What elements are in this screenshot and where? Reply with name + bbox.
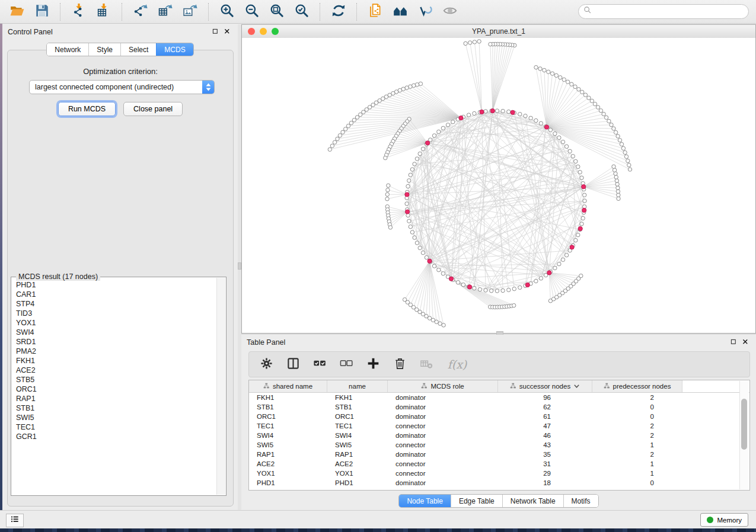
mcds-result-item[interactable]: TID3	[11, 309, 216, 318]
open-session-button[interactable]	[5, 2, 30, 22]
zoom-in-button[interactable]	[215, 2, 240, 22]
tab-mcds[interactable]: MCDS	[156, 43, 193, 56]
deselect-all-rows-button[interactable]	[339, 357, 354, 372]
add-column-icon	[366, 357, 380, 372]
cell-name: TEC1	[327, 422, 388, 430]
share-network-document-button[interactable]	[363, 2, 388, 22]
tab-node-table[interactable]: Node Table	[399, 495, 451, 507]
table-row[interactable]: SWI5SWI5connector431	[249, 440, 749, 450]
table-panel: Table Panel f(x) shared namenameMCDS rol…	[241, 335, 756, 510]
table-scrollbar[interactable]	[739, 381, 749, 489]
network-node	[352, 118, 356, 122]
show-hide-graphics-button[interactable]	[438, 2, 462, 22]
mcds-result-item[interactable]: TEC1	[11, 422, 216, 432]
zoom-selected-button[interactable]	[289, 2, 314, 22]
refresh-layout-button[interactable]	[326, 2, 351, 22]
network-node	[614, 130, 617, 134]
import-network-button[interactable]	[66, 2, 91, 22]
network-node	[468, 41, 472, 44]
mcds-result-list[interactable]: PHD1CAR1STP4TID3YOX1SWI4SRD1PMA2FKH1ACE2…	[11, 280, 216, 495]
table-row[interactable]: ORC1ORC1dominator610	[249, 412, 749, 421]
table-scrollbar-thumb[interactable]	[741, 399, 747, 450]
mcds-result-item[interactable]: RAP1	[11, 394, 216, 403]
mcds-result-item[interactable]: CAR1	[11, 290, 216, 299]
network-node	[437, 130, 441, 133]
memory-button[interactable]: Memory	[700, 513, 748, 527]
network-window-titlebar[interactable]: YPA_prune.txt_1	[242, 25, 755, 39]
network-canvas[interactable]	[242, 38, 755, 333]
table-row[interactable]: RAP1RAP1dominator352	[249, 450, 749, 459]
network-node	[576, 233, 580, 236]
mcds-node	[449, 277, 453, 281]
tab-edge-table[interactable]: Edge Table	[451, 495, 502, 507]
table-row[interactable]: ACE2ACE2connector311	[249, 459, 749, 469]
network-node	[624, 155, 628, 158]
first-neighbors-icon	[393, 3, 408, 20]
delete-column-button[interactable]	[392, 357, 407, 372]
tab-style[interactable]: Style	[88, 43, 120, 56]
float-panel-icon[interactable]	[212, 27, 219, 37]
table-row[interactable]: TEC1TEC1connector472	[249, 421, 749, 431]
mcds-result-item[interactable]: PMA2	[11, 347, 216, 356]
column-header-MCDS-role[interactable]: MCDS role	[388, 380, 498, 392]
mcds-result-item[interactable]: STB5	[11, 375, 216, 384]
table-row[interactable]: FKH1FKH1dominator962	[249, 393, 749, 402]
mcds-result-scrollbar[interactable]	[216, 278, 225, 495]
column-layout-button[interactable]	[285, 357, 301, 372]
style-visibility-button[interactable]	[413, 2, 438, 22]
add-column-button[interactable]	[365, 357, 381, 372]
float-panel-icon[interactable]	[731, 337, 737, 348]
network-node	[507, 110, 511, 113]
close-panel-icon[interactable]	[742, 337, 749, 348]
table-row[interactable]: YOX1YOX1connector291	[249, 469, 749, 478]
network-satellite-nodes[interactable]	[328, 40, 632, 327]
tab-select[interactable]: Select	[120, 43, 156, 56]
mcds-result-item[interactable]: PHD1	[11, 280, 216, 290]
run-mcds-button[interactable]: Run MCDS	[58, 102, 116, 116]
mcds-result-item[interactable]: STB1	[11, 403, 216, 413]
mcds-result-item[interactable]: FKH1	[11, 356, 216, 366]
zoom-fit-button[interactable]	[264, 2, 289, 22]
mcds-node	[570, 245, 574, 249]
table-row[interactable]: SWI4SWI4dominator462	[249, 431, 749, 440]
mcds-result-item[interactable]: SRD1	[11, 337, 216, 347]
column-header-name[interactable]: name	[327, 380, 388, 392]
network-node	[524, 114, 527, 118]
export-network-button[interactable]	[128, 2, 153, 22]
first-neighbors-button[interactable]	[388, 2, 413, 22]
table-row[interactable]: PHD1PHD1dominator180	[249, 478, 749, 488]
close-panel-button[interactable]: Close panel	[123, 102, 183, 116]
column-header-shared-name[interactable]: shared name	[249, 380, 327, 392]
network-search-box[interactable]	[578, 4, 749, 19]
column-header-successor-nodes[interactable]: successor nodes	[498, 380, 592, 392]
tab-network-table[interactable]: Network Table	[502, 495, 563, 507]
mcds-result-item[interactable]: STP4	[11, 299, 216, 309]
network-search-input[interactable]	[595, 7, 748, 17]
mcds-result-item[interactable]: GCR1	[11, 432, 216, 441]
mcds-result-item[interactable]: SWI5	[11, 413, 216, 422]
export-table-button[interactable]	[153, 2, 178, 22]
cell-name: RAP1	[327, 451, 388, 458]
select-all-rows-button[interactable]	[312, 357, 327, 372]
optimization-criterion-select[interactable]: largest connected component (undirected)	[29, 80, 215, 94]
mcds-result-item[interactable]: YOX1	[11, 318, 216, 328]
mcds-result-item[interactable]: ORC1	[11, 384, 216, 394]
tab-network[interactable]: Network	[47, 43, 88, 56]
network-node	[583, 193, 586, 197]
mcds-result-item[interactable]: SWI4	[11, 328, 216, 337]
network-node	[473, 40, 476, 44]
cell-name: FKH1	[327, 394, 388, 401]
table-settings-gear-button[interactable]	[259, 357, 274, 372]
close-panel-icon[interactable]	[224, 27, 231, 37]
zoom-out-button[interactable]	[240, 2, 264, 22]
save-session-button[interactable]	[30, 2, 55, 22]
table-row[interactable]: STB1STB1dominator620	[249, 402, 749, 412]
column-header-predecessor-nodes[interactable]: predecessor nodes	[592, 380, 682, 392]
save-session-icon	[34, 3, 50, 20]
import-table-button[interactable]	[91, 2, 116, 22]
mcds-result-item[interactable]: ACE2	[11, 366, 216, 375]
automation-panel-button[interactable]	[6, 514, 24, 527]
export-image-button[interactable]	[178, 2, 203, 22]
cell-shared-name: SWI5	[249, 441, 327, 448]
tab-motifs[interactable]: Motifs	[563, 495, 598, 507]
